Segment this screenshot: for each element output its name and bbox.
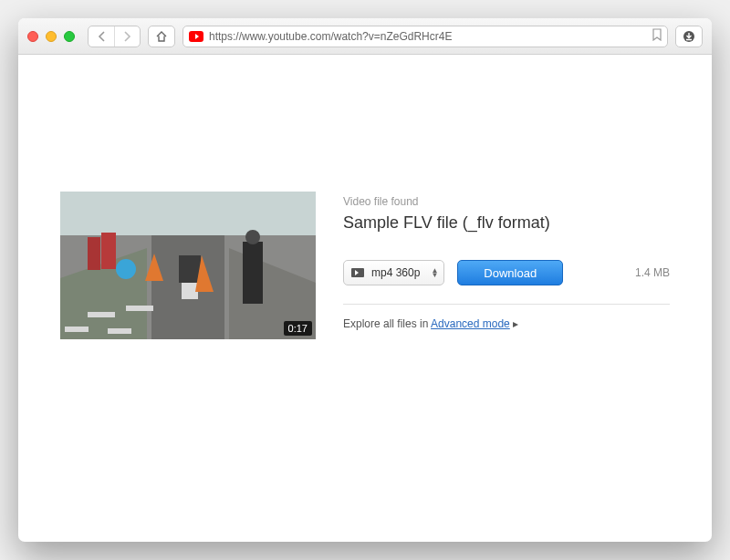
url-text: https://www.youtube.com/watch?v=nZeGdRHc… — [209, 30, 647, 43]
download-button-label: Download — [484, 266, 537, 280]
download-row: mp4 360p ▲▼ Download 1.4 MB — [343, 260, 670, 285]
download-button[interactable]: Download — [457, 260, 563, 285]
youtube-icon — [189, 31, 203, 42]
minimize-window-button[interactable] — [46, 31, 57, 42]
svg-rect-10 — [101, 233, 116, 269]
video-duration: 0:17 — [284, 321, 312, 336]
downloads-button[interactable] — [675, 26, 703, 47]
chevron-updown-icon: ▲▼ — [431, 268, 438, 277]
content-area: 0:17 Video file found Sample FLV file (_… — [18, 55, 712, 542]
svg-point-14 — [245, 230, 260, 244]
explore-prefix: Explore all files in — [343, 317, 431, 330]
browser-window: https://www.youtube.com/watch?v=nZeGdRHc… — [18, 18, 712, 542]
maximize-window-button[interactable] — [64, 31, 75, 42]
titlebar: https://www.youtube.com/watch?v=nZeGdRHc… — [18, 18, 712, 55]
advanced-mode-link[interactable]: Advanced mode — [431, 317, 510, 330]
file-size: 1.4 MB — [635, 266, 670, 279]
bookmark-icon[interactable] — [652, 28, 662, 44]
svg-rect-21 — [65, 327, 89, 332]
home-button[interactable] — [148, 26, 175, 47]
window-controls — [27, 31, 75, 42]
divider — [343, 304, 670, 305]
address-bar[interactable]: https://www.youtube.com/watch?v=nZeGdRHc… — [182, 26, 668, 47]
video-info: Video file found Sample FLV file (_flv f… — [343, 192, 670, 505]
back-button[interactable] — [89, 26, 114, 47]
nav-buttons — [88, 26, 141, 47]
svg-rect-22 — [108, 328, 131, 334]
svg-rect-20 — [126, 306, 153, 311]
video-title: Sample FLV file (_flv format) — [343, 213, 670, 233]
video-thumbnail[interactable]: 0:17 — [60, 192, 316, 339]
svg-rect-11 — [88, 237, 100, 270]
svg-point-12 — [116, 259, 136, 279]
explore-text: Explore all files in Advanced mode ▸ — [343, 317, 670, 330]
close-window-button[interactable] — [27, 31, 38, 42]
format-select[interactable]: mp4 360p ▲▼ — [343, 260, 444, 285]
svg-rect-13 — [243, 242, 263, 304]
forward-button[interactable] — [114, 26, 140, 47]
explore-suffix: ▸ — [510, 317, 518, 330]
svg-rect-15 — [179, 255, 201, 283]
format-label: mp4 360p — [371, 266, 420, 279]
video-format-icon — [351, 268, 364, 277]
svg-marker-4 — [60, 192, 316, 242]
found-label: Video file found — [343, 195, 670, 208]
svg-rect-19 — [88, 312, 115, 317]
